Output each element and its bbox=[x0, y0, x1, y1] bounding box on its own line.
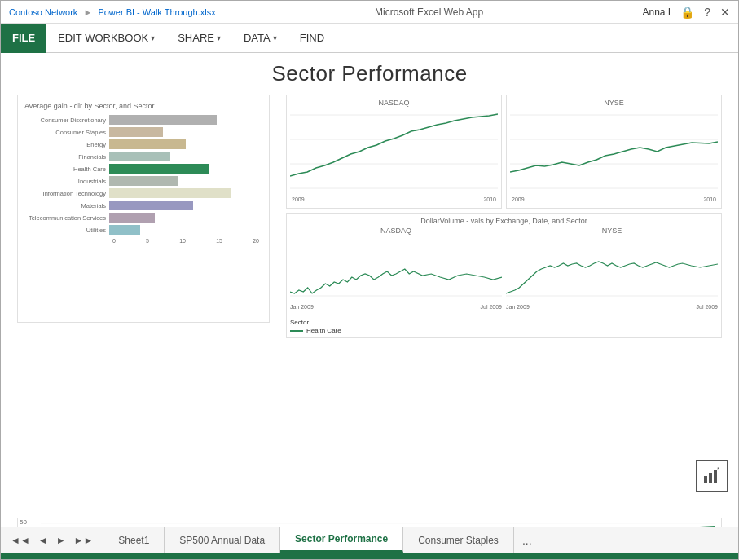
sp500-label: SP500 Annual Data bbox=[179, 535, 265, 546]
bar-row: Consumer Staples bbox=[24, 127, 262, 137]
health-care-legend: Health Care bbox=[290, 327, 718, 334]
more-tabs-button[interactable]: ... bbox=[514, 527, 540, 553]
nyse-x-labels: 2009 2010 bbox=[510, 196, 718, 202]
sheet-tab-sp500[interactable]: SP500 Annual Data bbox=[165, 527, 280, 553]
bar-fill bbox=[109, 201, 193, 210]
status-bar bbox=[1, 553, 738, 559]
tab-last-button[interactable]: ►► bbox=[71, 533, 97, 548]
page-title: Sector Performance bbox=[17, 61, 722, 86]
tab-prev-button[interactable]: ◄ bbox=[35, 533, 51, 548]
edit-workbook-label: EDIT WORKBOOK bbox=[58, 32, 148, 44]
bar-fill bbox=[109, 188, 231, 198]
bar-fill bbox=[109, 139, 186, 149]
breadcrumb-file[interactable]: Power BI - Walk Through.xlsx bbox=[98, 7, 215, 17]
nasdaq-x-labels: 2009 2010 bbox=[290, 196, 498, 202]
nyse-line-chart: NYSE 2009 2010 bbox=[506, 95, 722, 209]
bar-track bbox=[109, 176, 262, 186]
data-menu[interactable]: DATA ▾ bbox=[232, 24, 288, 52]
find-label: FIND bbox=[300, 32, 324, 44]
breadcrumb: Contoso Network ► Power BI - Walk Throug… bbox=[9, 7, 216, 17]
ribbon: FILE EDIT WORKBOOK ▾ SHARE ▾ DATA ▾ FIND bbox=[1, 24, 738, 53]
more-tabs-label: ... bbox=[522, 534, 532, 547]
nasdaq-vol-x: Jan 2009 Jul 2009 bbox=[290, 304, 502, 310]
bar-x-axis: 0 5 10 15 20 bbox=[112, 238, 262, 244]
bar-fill bbox=[109, 225, 140, 235]
share-arrow: ▾ bbox=[217, 33, 221, 42]
svg-rect-13 bbox=[704, 476, 707, 483]
sheet-tab-sector-performance[interactable]: Sector Performance bbox=[280, 527, 403, 553]
nyse-vol-x: Jan 2009 Jul 2009 bbox=[506, 304, 718, 310]
svg-text:*: * bbox=[717, 466, 719, 473]
data-label: DATA bbox=[244, 32, 271, 44]
nasdaq-line-chart: NASDAQ 2009 2010 bbox=[286, 95, 502, 209]
share-menu[interactable]: SHARE ▾ bbox=[166, 24, 232, 52]
nasdaq-volume-chart: NASDAQ Jan 2009 Jul 2009 bbox=[290, 227, 502, 316]
consumer-staples-label: Consumer Staples bbox=[418, 535, 499, 546]
bar-label: Health Care bbox=[24, 165, 106, 173]
share-label: SHARE bbox=[178, 32, 214, 44]
volume-charts-wrapper: DollarVolume - vals by Exchange, Date, a… bbox=[286, 213, 722, 338]
bar-row: Industrials bbox=[24, 176, 262, 186]
bar-row: Energy bbox=[24, 139, 262, 149]
bar-fill bbox=[109, 176, 178, 186]
volume-charts: NASDAQ Jan 2009 Jul 2009 bbox=[290, 227, 718, 316]
nyse-svg bbox=[510, 107, 718, 196]
titlebar-right: Anna I 🔒 ? ✕ bbox=[643, 6, 731, 19]
health-care-legend-line bbox=[290, 330, 303, 332]
bar-label: Consumer Discretionary bbox=[24, 117, 106, 124]
sheet1-label: Sheet1 bbox=[118, 535, 149, 546]
top-line-charts: NASDAQ 2009 2010 bbox=[286, 95, 722, 209]
nyse-volume-chart: NYSE Jan 2009 Jul 2009 bbox=[506, 227, 718, 316]
bar-chart-title: Average gain - dlr by Sector, and Sector bbox=[24, 102, 262, 110]
chart-icon: * bbox=[702, 466, 722, 486]
lock-icon[interactable]: 🔒 bbox=[680, 6, 694, 19]
bar-row: Information Technology bbox=[24, 188, 262, 198]
svg-rect-14 bbox=[709, 473, 712, 483]
spreadsheet-area: Sector Performance Average gain - dlr by… bbox=[1, 53, 738, 527]
nyse-volume-svg bbox=[506, 235, 718, 304]
data-arrow: ▾ bbox=[273, 33, 277, 42]
sheet-tabs: ◄◄ ◄ ► ►► Sheet1 SP500 Annual Data Secto… bbox=[1, 527, 738, 553]
find-menu[interactable]: FIND bbox=[288, 24, 336, 52]
bar-fill bbox=[109, 115, 217, 125]
sheet-tab-consumer-staples[interactable]: Consumer Staples bbox=[403, 527, 514, 553]
charts-container: Average gain - dlr by Sector, and Sector… bbox=[17, 95, 722, 511]
bar-label: Utilities bbox=[24, 227, 106, 234]
chart-icon-button[interactable]: * bbox=[696, 460, 728, 492]
bar-track bbox=[109, 127, 262, 137]
bar-chart: Average gain - dlr by Sector, and Sector… bbox=[17, 95, 270, 323]
right-panel: NASDAQ 2009 2010 bbox=[286, 95, 722, 511]
titlebar: Contoso Network ► Power BI - Walk Throug… bbox=[1, 1, 738, 24]
bar-label: Consumer Staples bbox=[24, 129, 106, 136]
bar-fill bbox=[109, 164, 209, 174]
app-window: Contoso Network ► Power BI - Walk Throug… bbox=[0, 0, 739, 560]
titlebar-appname: Microsoft Excel Web App bbox=[375, 7, 483, 18]
bar-row: Telecommunication Services bbox=[24, 213, 262, 223]
sheet-tab-sheet1[interactable]: Sheet1 bbox=[103, 527, 165, 553]
tab-first-button[interactable]: ◄◄ bbox=[7, 533, 33, 548]
help-icon[interactable]: ? bbox=[704, 6, 710, 19]
bar-track bbox=[109, 225, 262, 235]
bar-track bbox=[109, 188, 262, 198]
ribbon-menu: EDIT WORKBOOK ▾ SHARE ▾ DATA ▾ FIND bbox=[46, 24, 336, 52]
bar-track bbox=[109, 201, 262, 210]
bar-track bbox=[109, 139, 262, 149]
bar-label: Telecommunication Services bbox=[24, 214, 106, 222]
username: Anna I bbox=[643, 7, 671, 18]
bar-label: Information Technology bbox=[24, 190, 106, 197]
bar-label: Financials bbox=[24, 153, 106, 161]
sector-legend: Sector bbox=[290, 319, 718, 326]
file-button[interactable]: FILE bbox=[1, 24, 46, 53]
breadcrumb-network[interactable]: Contoso Network bbox=[9, 7, 77, 17]
bar-row: Consumer Discretionary bbox=[24, 115, 262, 125]
bar-row: Materials bbox=[24, 201, 262, 210]
bottom-line-chart: 50 40 30 Jan 2009 Feb 2009 Mar 2009 Apr … bbox=[17, 518, 722, 527]
bar-chart-bars: Consumer Discretionary Consumer Staples bbox=[24, 115, 262, 235]
close-icon[interactable]: ✕ bbox=[720, 6, 730, 19]
tab-next-button[interactable]: ► bbox=[53, 533, 69, 548]
nyse-title: NYSE bbox=[510, 99, 718, 107]
nasdaq-title: NASDAQ bbox=[290, 99, 498, 107]
bar-label: Industrials bbox=[24, 178, 106, 185]
edit-workbook-menu[interactable]: EDIT WORKBOOK ▾ bbox=[46, 24, 166, 52]
sector-label: Sector bbox=[290, 319, 309, 326]
